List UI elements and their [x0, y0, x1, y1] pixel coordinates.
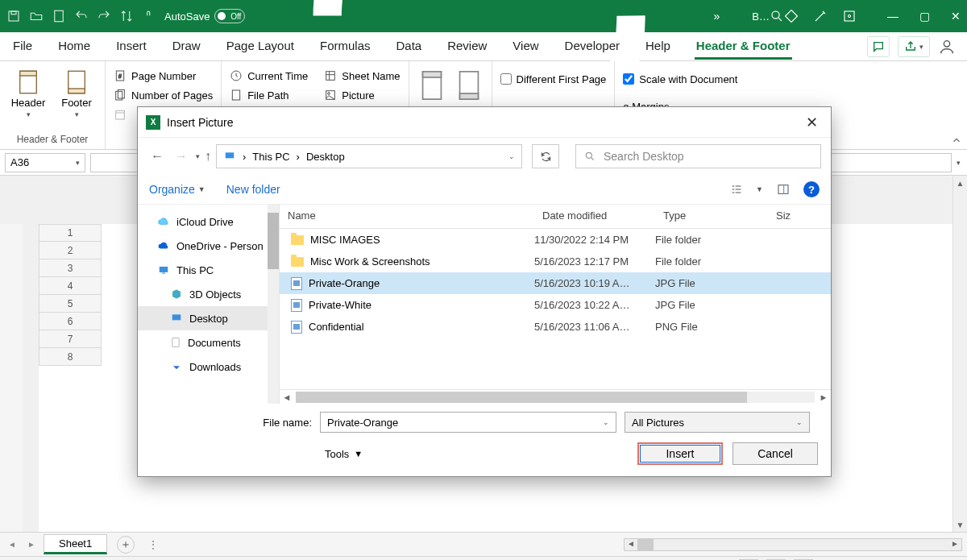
path-dropdown-icon[interactable]: ⌄ — [508, 152, 515, 160]
collapse-ribbon-icon[interactable] — [951, 135, 962, 146]
tab-draw[interactable]: Draw — [171, 34, 202, 60]
tree-node-documents[interactable]: Documents — [138, 330, 279, 355]
horizontal-scrollbar[interactable]: ◄ ► — [624, 538, 962, 551]
tab-nav-prev[interactable]: ◄ — [5, 540, 19, 549]
list-hscrollbar[interactable]: ◄ ► — [280, 389, 831, 404]
list-scroll-left-icon[interactable]: ◄ — [280, 392, 294, 402]
row-header[interactable]: 1 — [39, 224, 102, 242]
undo-icon[interactable] — [74, 9, 89, 23]
nav-history-dropdown[interactable]: ▾ — [196, 152, 200, 160]
add-sheet-button[interactable]: ＋ — [117, 536, 135, 554]
goto-footer-icon[interactable] — [454, 69, 484, 102]
scroll-up-icon[interactable]: ▲ — [953, 176, 967, 190]
insert-button[interactable]: Insert — [637, 442, 723, 465]
hscroll-left-icon[interactable]: ◄ — [625, 539, 637, 550]
tab-header-footer[interactable]: Header & Footer — [695, 34, 792, 60]
header-button[interactable]: Header▾ — [8, 66, 48, 118]
row-header[interactable]: 2 — [39, 242, 102, 259]
tree-node-icloud-drive[interactable]: iCloud Drive — [138, 209, 279, 234]
file-row[interactable]: Confidential5/16/2023 11:06 A…PNG File — [280, 316, 831, 338]
page-number-button[interactable]: #Page Number — [114, 66, 213, 85]
tree-node-this-pc[interactable]: This PC — [138, 258, 279, 282]
nav-up-button[interactable]: ↑ — [205, 149, 211, 164]
tab-view[interactable]: View — [511, 34, 540, 60]
view-dropdown-icon[interactable]: ▼ — [756, 185, 763, 193]
row-header[interactable]: 6 — [39, 313, 102, 330]
goto-header-icon[interactable] — [417, 69, 446, 102]
diamond-icon[interactable] — [784, 9, 799, 23]
sort-icon[interactable] — [119, 9, 134, 23]
file-row[interactable]: Private-White5/16/2023 10:22 A…JPG File — [280, 294, 831, 316]
tree-node--d-objects[interactable]: 3D Objects — [138, 282, 279, 306]
tree-scrollbar[interactable] — [268, 205, 279, 404]
row-header[interactable]: 4 — [39, 277, 102, 295]
comments-button[interactable] — [867, 36, 890, 57]
organize-dropdown[interactable]: Organize ▼ — [149, 183, 205, 196]
file-row[interactable]: MISC IMAGES11/30/2022 2:14 PMFile folder — [280, 229, 831, 251]
expand-formula-icon[interactable]: ▾ — [957, 159, 961, 167]
vertical-scrollbar[interactable]: ▲ ▼ — [952, 176, 967, 532]
cancel-button[interactable]: Cancel — [733, 442, 818, 465]
tree-node-desktop[interactable]: Desktop — [138, 306, 279, 330]
row-header[interactable]: 7 — [39, 330, 102, 348]
new-icon[interactable] — [52, 9, 66, 23]
dialog-close-button[interactable]: ✕ — [801, 112, 823, 133]
name-box[interactable]: A36▾ — [5, 153, 85, 172]
new-folder-button[interactable]: New folder — [226, 183, 280, 196]
file-path-button[interactable]: File Path — [230, 85, 308, 105]
tab-developer[interactable]: Developer — [563, 34, 621, 60]
help-button[interactable]: ? — [803, 181, 820, 197]
file-row[interactable]: Private-Orange5/16/2023 10:19 A…JPG File — [280, 272, 831, 294]
close-button[interactable]: ✕ — [951, 10, 961, 23]
sheet-tab[interactable]: Sheet1 — [44, 534, 107, 554]
refresh-button[interactable] — [532, 144, 559, 168]
scroll-down-icon[interactable]: ▼ — [953, 517, 967, 532]
tab-file[interactable]: File — [11, 34, 34, 60]
qat-more[interactable]: » — [714, 10, 720, 23]
number-of-pages-button[interactable]: Number of Pages — [114, 85, 213, 105]
tab-help[interactable]: Help — [644, 34, 672, 60]
column-date[interactable]: Date modified — [534, 205, 655, 228]
different-first-page-checkbox[interactable]: Different First Page — [500, 69, 607, 89]
sheet-name-button[interactable]: Sheet Name — [324, 66, 400, 85]
share-button[interactable]: ▾ — [898, 36, 930, 57]
account-icon[interactable] — [938, 38, 956, 56]
preview-pane-button[interactable] — [774, 183, 792, 196]
row-header[interactable]: 3 — [39, 259, 102, 277]
filename-combo[interactable]: Private-Orange⌄ — [320, 412, 616, 433]
box-icon[interactable] — [842, 9, 857, 23]
current-time-button[interactable]: Current Time — [230, 66, 308, 85]
tab-formulas[interactable]: Formulas — [318, 34, 372, 60]
tab-insert[interactable]: Insert — [114, 34, 148, 60]
minimize-button[interactable]: — — [887, 10, 899, 23]
picture-button[interactable]: Picture — [324, 85, 400, 105]
nav-back-button[interactable]: ← — [147, 149, 167, 164]
autosave-toggle[interactable]: AutoSave Off — [164, 9, 245, 23]
address-bar[interactable]: ›This PC›Desktop ⌄ — [216, 144, 522, 168]
nav-forward-button[interactable]: → — [172, 149, 191, 164]
hscroll-right-icon[interactable]: ► — [948, 539, 961, 550]
scale-with-document-checkbox[interactable]: Scale with Document — [623, 69, 737, 89]
column-name[interactable]: Name — [280, 205, 534, 228]
tab-nav-next[interactable]: ► — [24, 540, 39, 549]
open-icon[interactable] — [29, 9, 44, 23]
filter-combo[interactable]: All Pictures⌄ — [625, 412, 810, 433]
redo-icon[interactable] — [97, 9, 111, 23]
tab-review[interactable]: Review — [446, 34, 488, 60]
tools-dropdown[interactable]: Tools ▼ — [325, 448, 363, 460]
touch-icon[interactable] — [142, 9, 156, 23]
file-row[interactable]: Misc Work & Screenshots5/16/2023 12:17 P… — [280, 251, 831, 272]
column-type[interactable]: Type⌃ — [655, 205, 768, 228]
wand-icon[interactable] — [813, 9, 828, 23]
tell-me-search[interactable] — [770, 9, 784, 23]
tab-home[interactable]: Home — [56, 34, 92, 60]
column-size[interactable]: Siz — [768, 205, 831, 228]
maximize-button[interactable]: ▢ — [919, 10, 930, 23]
row-header[interactable]: 8 — [39, 348, 102, 366]
row-header[interactable]: 5 — [39, 295, 102, 313]
footer-button[interactable]: Footer▾ — [56, 66, 97, 118]
save-icon[interactable] — [6, 9, 21, 23]
tree-node-onedrive-person[interactable]: OneDrive - Person — [138, 234, 279, 258]
tab-page-layout[interactable]: Page Layout — [225, 34, 296, 60]
search-box[interactable]: Search Desktop — [575, 144, 821, 168]
